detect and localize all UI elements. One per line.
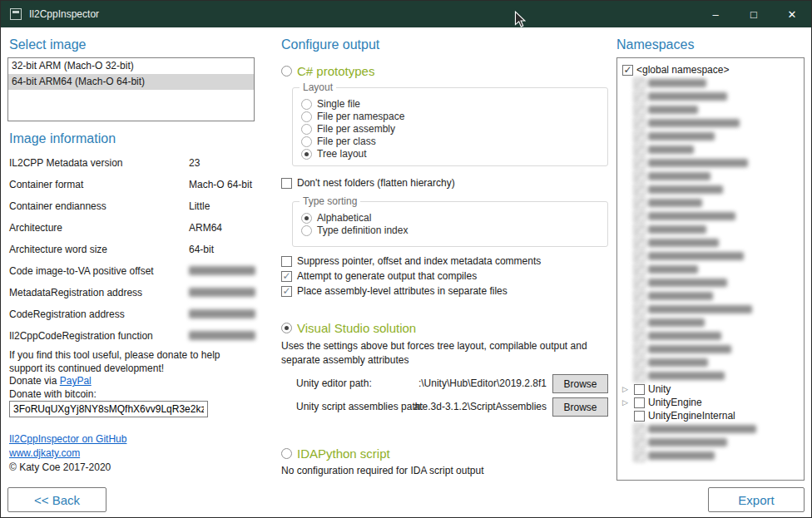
redacted-value [189,331,255,340]
image-list-item[interactable]: 32-bit ARM (Mach-O 32-bit) [8,58,254,74]
expander-icon[interactable]: ▷ [622,398,631,407]
namespace-item-redacted[interactable] [622,329,800,343]
namespace-item-redacted[interactable] [622,276,800,289]
close-button[interactable]: ✕ [773,1,811,27]
minimize-button[interactable]: – [696,1,735,27]
radio-type-definition-index[interactable]: Type definition index [301,225,607,235]
checkbox-icon[interactable] [634,397,645,408]
radio-file-per-namespace[interactable]: File per namespace [301,111,607,121]
info-row: IL2CPP Metadata version 23 [9,157,255,179]
radio-file-per-assembly[interactable]: File per assembly [301,124,607,134]
namespace-item-redacted[interactable] [622,289,800,303]
radio-file-per-class[interactable]: File per class [301,136,607,146]
checkbox-dont-nest[interactable]: Don't nest folders (flatten hierarchy) [281,177,455,189]
checkbox-icon-checked[interactable] [622,65,633,76]
radio-icon-selected[interactable] [281,323,292,333]
namespace-item-redacted[interactable] [622,422,800,436]
info-label: MetadataRegistration address [9,287,189,298]
radio-label[interactable]: Visual Studio solution [297,321,416,335]
namespace-item-redacted[interactable] [622,76,800,90]
checkbox-suppress-metadata[interactable]: Suppress pointer, offset and index metad… [281,255,541,267]
info-value: Little [189,200,210,212]
namespace-item-redacted[interactable] [622,436,800,449]
donate-via-prefix: Donate via [9,375,60,387]
maximize-button[interactable]: □ [735,1,773,27]
radio-icon-selected[interactable] [301,149,312,160]
unity-script-path-value[interactable]: ate.3d-3.1.2\ScriptAssemblies [359,401,547,412]
namespace-item-redacted[interactable] [622,356,800,369]
image-listbox[interactable]: 32-bit ARM (Mach-O 32-bit) 64-bit ARM64 … [7,57,255,121]
namespace-item-redacted[interactable] [622,449,800,462]
namespace-item-redacted[interactable] [622,116,800,130]
radio-alphabetical[interactable]: Alphabetical [301,213,607,223]
namespace-item-redacted[interactable] [622,316,800,329]
redacted-value [189,288,255,297]
namespace-item-redacted[interactable] [622,103,800,116]
namespace-item-redacted[interactable] [622,143,800,156]
info-row: MetadataRegistration address [9,287,255,308]
info-row: Container endianness Little [9,200,255,222]
browse-script-button[interactable]: Browse [552,397,608,417]
namespace-item-redacted[interactable] [622,196,800,210]
checkbox-icon-checked[interactable] [281,286,292,297]
radio-icon[interactable] [301,99,312,110]
website-link[interactable]: www.djkaty.com [9,447,80,459]
checkbox-icon-checked[interactable] [281,271,292,282]
namespace-item-redacted[interactable] [622,236,800,249]
namespace-item-redacted[interactable] [622,183,800,196]
radio-icon[interactable] [301,225,312,236]
paypal-link[interactable]: PayPal [60,375,92,387]
redacted-value [189,266,255,275]
namespace-item-redacted[interactable] [622,170,800,183]
app-icon [10,8,22,20]
namespace-item-redacted[interactable] [622,130,800,143]
namespace-item-redacted[interactable] [622,303,800,316]
namespace-item-redacted[interactable] [622,156,800,170]
browse-editor-button[interactable]: Browse [552,374,608,393]
checkbox-icon[interactable] [281,256,292,267]
radio-visual-studio-solution[interactable]: Visual Studio solution [281,321,416,335]
checkbox-icon[interactable] [634,384,645,395]
bitcoin-address-input[interactable] [9,401,208,417]
namespace-item-redacted[interactable] [622,249,800,263]
namespace-item-unityengineinternal[interactable]: UnityEngineInternal [622,409,800,422]
back-button[interactable]: << Back [7,487,106,512]
info-row: CodeRegistration address [9,308,255,330]
radio-icon[interactable] [281,448,292,459]
radio-csharp-prototypes[interactable]: C# prototypes [281,64,374,78]
checkbox-generate-compiles[interactable]: Attempt to generate output that compiles [281,270,477,282]
namespace-item-redacted[interactable] [622,210,800,223]
radio-icon-selected[interactable] [301,213,312,224]
radio-single-file[interactable]: Single file [301,99,607,109]
namespace-item-redacted[interactable] [622,369,800,382]
export-button[interactable]: Export [708,487,805,512]
checkbox-separate-attribute-files[interactable]: Place assembly-level attributes in separ… [281,285,508,297]
namespace-item-redacted[interactable] [622,90,800,103]
radio-tree-layout[interactable]: Tree layout [301,149,607,159]
namespace-item-unityengine[interactable]: ▷ UnityEngine [622,396,800,409]
radio-idapython-script[interactable]: IDAPython script [281,446,390,461]
image-list-item-selected[interactable]: 64-bit ARM64 (Mach-O 64-bit) [8,74,254,90]
radio-label[interactable]: C# prototypes [297,64,374,78]
namespace-item-unity[interactable]: ▷ Unity [622,382,800,396]
namespace-item-redacted[interactable] [622,343,800,356]
radio-icon[interactable] [301,124,312,135]
namespace-item-redacted[interactable] [622,263,800,276]
checkbox-icon[interactable] [634,411,645,422]
info-label: Code image-to-VA positive offset [9,265,189,277]
checkbox-icon[interactable] [281,178,292,189]
layout-groupbox: Layout Single file File per namespace Fi… [292,87,608,166]
namespace-item-global[interactable]: <global namespace> [622,63,800,76]
unity-editor-path-value[interactable]: :\Unity\Hub\Editor\2019.2.8f1 [359,377,547,389]
github-link[interactable]: Il2CppInspector on GitHub [9,433,126,445]
radio-icon[interactable] [281,66,292,76]
namespaces-list[interactable]: <global namespace> [616,57,805,481]
window-controls: – □ ✕ [696,1,811,27]
radio-label[interactable]: IDAPython script [297,446,390,461]
donate-bitcoin-label: Donate with bitcoin: [9,388,97,400]
info-label: IL2CPP Metadata version [9,157,189,169]
expander-icon[interactable]: ▷ [622,385,631,393]
radio-icon[interactable] [301,111,312,122]
namespace-item-redacted[interactable] [622,223,800,236]
radio-icon[interactable] [301,136,312,147]
